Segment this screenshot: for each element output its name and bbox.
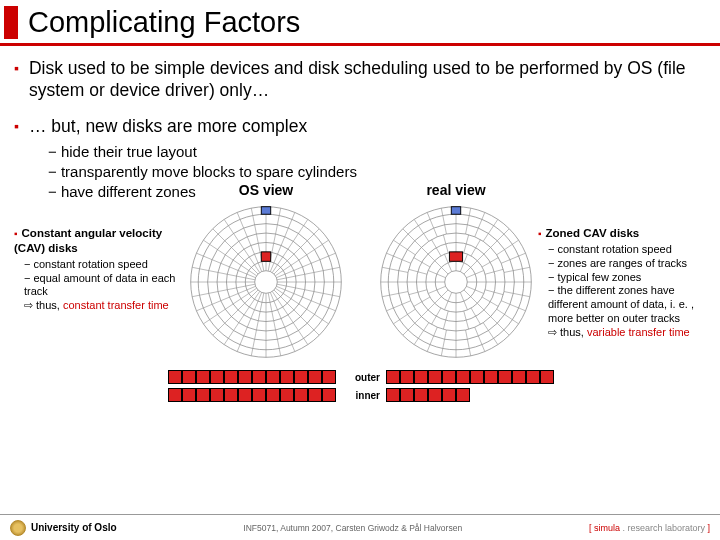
svg-line-93 [497,241,519,256]
svg-line-80 [414,297,430,306]
svg-line-54 [464,290,477,303]
svg-line-105 [441,330,446,356]
svg-line-58 [435,290,448,303]
svg-line-11 [272,220,308,273]
svg-line-19 [275,289,328,325]
svg-line-91 [483,220,498,242]
svg-line-59 [428,287,445,294]
cav-heading: Constant angular velocity (CAV) disks [14,227,162,254]
svg-line-99 [497,310,519,325]
right-side-text: ▪Zoned CAV disks constant rotation speed… [538,226,708,339]
list-item: zones are ranges of tracks [548,257,708,271]
footer-simula: [ simula . research laboratory ] [589,523,710,533]
svg-line-71 [485,290,503,295]
bullet-square-icon: ▪ [538,228,542,239]
left-side-text: ▪Constant angular velocity (CAV) disks c… [14,226,184,313]
svg-line-81 [409,290,427,295]
legend-outer: outer [14,370,708,384]
svg-line-102 [475,328,485,352]
svg-line-77 [443,311,448,329]
bullet-2-text: … but, new disks are more complex [29,116,307,138]
svg-line-110 [386,301,410,311]
svg-line-35 [203,241,256,277]
legend-inner: inner [14,388,708,402]
disk-diagrams: OS view real view [184,204,538,366]
svg-line-117 [414,220,429,242]
bullet-square-icon: ▪ [14,228,18,239]
svg-line-100 [491,317,510,336]
right-side-list: constant rotation speed zones are ranges… [548,243,708,339]
os-view-label: OS view [186,182,346,198]
svg-line-65 [464,235,469,253]
sub-item: hide their true layout [48,142,708,162]
list-item: the different zones have different amoun… [548,284,708,325]
footer-uni-text: University of Oslo [31,522,117,533]
svg-line-97 [504,292,530,297]
list-item-arrow: thus, constant transfer time [24,299,184,313]
svg-line-116 [403,229,422,248]
bullet-square-icon: ▪ [14,58,19,102]
svg-line-107 [414,323,429,345]
svg-line-21 [272,292,308,345]
svg-line-68 [482,258,498,267]
svg-line-79 [421,304,434,317]
list-item: constant rotation speed [24,258,184,272]
page-title: Complicating Factors [28,6,720,39]
svg-line-67 [477,248,490,261]
zcav-heading: Zoned CAV disks [546,227,640,239]
svg-line-87 [443,235,448,253]
list-item-arrow: thus, variable transfer time [548,326,708,340]
svg-line-37 [224,220,260,273]
svg-line-95 [504,268,530,273]
legend-bar [168,370,336,384]
list-item: equal amount of data in each track [24,272,184,300]
bullet-1-text: Disk used to be simple devices and disk … [29,58,708,102]
list-item: constant rotation speed [548,243,708,257]
svg-line-78 [432,308,441,324]
title-bar: Complicating Factors [4,6,720,39]
footer: University of Oslo INF5071, Autumn 2007,… [0,514,720,540]
blue-marker-icon [261,207,270,215]
svg-line-108 [403,317,422,336]
svg-line-106 [427,328,437,352]
svg-line-13 [275,241,328,277]
svg-line-115 [393,241,415,256]
svg-line-113 [382,268,408,273]
svg-line-114 [386,254,410,264]
svg-line-27 [224,292,260,345]
svg-line-51 [466,271,483,278]
svg-line-55 [460,293,467,310]
left-side-list: constant rotation speed equal amount of … [24,258,184,313]
bullet-1: ▪ Disk used to be simple devices and dis… [14,58,708,102]
svg-line-69 [485,270,503,275]
diagram-row: ▪Constant angular velocity (CAV) disks c… [14,204,708,366]
svg-point-40 [445,271,468,294]
slide-body: ▪ Disk used to be simple devices and dis… [0,58,720,402]
svg-line-74 [471,308,480,324]
os-view-wrap: OS view [186,204,346,366]
svg-line-50 [464,261,477,274]
svg-line-84 [414,258,430,267]
footer-uni: University of Oslo [10,520,117,536]
real-view-disk-icon [376,202,536,362]
svg-line-66 [471,240,480,256]
real-view-wrap: real view [376,204,536,366]
svg-line-98 [501,301,525,311]
legend-bar [168,388,336,402]
svg-line-86 [432,240,441,256]
sub-item: transparently move blocks to spare cylin… [48,162,708,182]
svg-line-103 [466,330,471,356]
svg-line-72 [482,297,498,306]
svg-line-89 [466,209,471,235]
svg-line-61 [428,271,445,278]
red-marker-icon [449,252,462,261]
svg-line-83 [409,270,427,275]
legend-label-outer: outer [336,372,386,383]
bullet-2: ▪ … but, new disks are more complex [14,116,708,138]
list-item: typical few zones [548,271,708,285]
bullet-square-icon: ▪ [14,116,19,138]
svg-line-62 [435,261,448,274]
svg-line-119 [441,209,446,235]
svg-line-75 [464,311,469,329]
svg-line-29 [203,289,256,325]
